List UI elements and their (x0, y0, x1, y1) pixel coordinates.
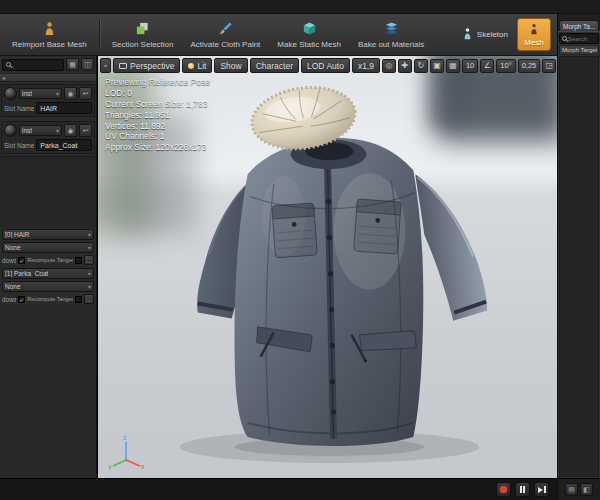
slot-name-label: Slot Name (4, 105, 34, 112)
stat-screen-size: Current Screen Size: 1,783 (105, 99, 210, 110)
slot-name-input[interactable]: HAIR (36, 102, 92, 114)
axis-z-label: z (123, 434, 127, 441)
settings-button[interactable]: ◫ (81, 58, 94, 71)
chevron-down-icon: ▾ (88, 244, 91, 251)
bake-out-materials-button[interactable]: Bake out Materials (350, 16, 432, 53)
slot-name-input[interactable]: Parka_Coat (36, 139, 92, 151)
show-menu-button[interactable]: Show (214, 58, 247, 73)
rotate-tool-icon[interactable]: ↻ (414, 59, 428, 73)
section-selection-icon (135, 21, 150, 38)
grid-snap-icon[interactable]: ▦ (446, 59, 460, 73)
perspective-button[interactable]: Perspective (113, 58, 180, 73)
mode-tab-label: Mesh (524, 38, 544, 47)
scale-snap-value[interactable]: 0,25 (518, 59, 541, 73)
toolbar-button-label: Reimport Base Mesh (12, 40, 87, 49)
output-log-button[interactable]: ◧ (580, 483, 593, 496)
scale-tool-icon[interactable]: ▣ (430, 59, 444, 73)
preview-pose-text: Previewing Reference Pose (105, 77, 210, 88)
reimport-base-mesh-button[interactable]: Reimport Base Mesh (4, 16, 95, 53)
browse-asset-button[interactable]: ◉ (64, 124, 77, 137)
section-clothing-combo[interactable]: None ▾ (2, 242, 94, 253)
asset-details-panel: ▦ ◫ ▸ inst ▾ ◉ ↩ (0, 56, 97, 478)
stat-vertices: Vertices: 11.892 (105, 121, 210, 132)
translate-tool-icon[interactable]: ✚ (398, 59, 412, 73)
viewport-stats-overlay: Previewing Reference Pose LOD: 0 Current… (105, 77, 210, 153)
record-button[interactable] (496, 482, 511, 497)
morph-panel-tab-row: Morph Ta... (558, 14, 600, 31)
material-thumbnail[interactable] (4, 124, 17, 137)
search-icon (6, 62, 11, 67)
morph-target-column-header[interactable]: Morph Target (559, 45, 599, 55)
section-material-combo[interactable]: [1] Parka_Coat ▾ (2, 268, 94, 279)
lod-auto-button[interactable]: LOD Auto (301, 58, 350, 73)
use-selected-button[interactable]: ↩ (79, 124, 92, 137)
cast-shadows-label: dows (2, 296, 16, 303)
axis-x-label: x (141, 463, 145, 470)
character-menu-button[interactable]: Character (250, 58, 299, 73)
cast-shadows-checkbox[interactable] (18, 257, 25, 264)
recompute-tangent-checkbox[interactable] (75, 257, 82, 264)
toolbar-button-label: Bake out Materials (358, 40, 424, 49)
rotation-snap-value[interactable]: 10° (496, 59, 515, 73)
screen-size-button[interactable]: x1,9 (352, 58, 380, 73)
grid-snap-value[interactable]: 10 (462, 59, 478, 73)
chevron-down-icon: ▾ (88, 270, 91, 277)
bake-materials-layers-icon (384, 21, 399, 38)
section-clothing-combo[interactable]: None ▾ (2, 281, 94, 292)
cloth-paint-brush-icon (218, 21, 233, 38)
viewport-toolbar: ▾ Perspective Lit Show Character LOD Aut… (100, 58, 555, 73)
material-combo[interactable]: inst ▾ (19, 125, 62, 136)
panel-empty-region (0, 156, 96, 228)
material-thumbnail[interactable] (4, 87, 17, 100)
mode-tab-skeleton[interactable]: Skeleton (455, 16, 514, 53)
morph-search-box (559, 33, 599, 44)
toolbar-button-label: Make Static Mesh (277, 40, 341, 49)
material-combo[interactable]: inst ▾ (19, 88, 62, 99)
browse-asset-button[interactable]: ◉ (64, 87, 77, 100)
3d-viewport[interactable]: ▾ Perspective Lit Show Character LOD Aut… (97, 56, 557, 478)
toolbar-spacer (433, 16, 454, 53)
recompute-tangent-checkbox[interactable] (75, 296, 82, 303)
make-static-mesh-button[interactable]: Make Static Mesh (269, 16, 349, 53)
asset-details-search-input[interactable] (2, 59, 64, 71)
section-more-button[interactable]: … (84, 255, 94, 265)
section-more-button[interactable]: … (84, 294, 94, 304)
world-space-icon[interactable]: ◎ (382, 59, 396, 73)
morph-search-input[interactable] (568, 36, 596, 42)
search-icon (562, 36, 567, 41)
step-forward-button[interactable] (534, 482, 549, 497)
material-slot-element: inst ▾ ◉ ↩ Slot Name HAIR (1, 84, 95, 117)
unreal-skeletal-mesh-editor: Reimport Base Mesh Section Selection Act… (0, 0, 600, 500)
activate-cloth-paint-button[interactable]: Activate Cloth Paint (183, 16, 269, 53)
cast-shadows-label: dows (2, 257, 16, 264)
morph-target-list[interactable] (559, 56, 599, 477)
mode-tab-label: Skeleton (477, 30, 508, 39)
grid-view-button[interactable]: ▦ (66, 58, 79, 71)
cast-shadows-checkbox[interactable] (18, 296, 25, 303)
viewport-options-button[interactable]: ▾ (100, 58, 111, 73)
lit-bulb-icon (188, 63, 194, 69)
mesh-figure-icon (528, 23, 540, 37)
slot-name-label: Slot Name (4, 142, 34, 149)
record-icon (500, 486, 507, 493)
recompute-tangent-label: Recompute Tangent (27, 296, 73, 302)
chevron-down-icon: ▾ (56, 90, 59, 97)
use-selected-button[interactable]: ↩ (79, 87, 92, 100)
morph-target-panel: Morph Ta... Morph Target (557, 14, 600, 478)
section-material-combo[interactable]: [0] HAIR ▾ (2, 229, 94, 240)
rotation-snap-icon[interactable]: ∠ (480, 59, 494, 73)
content-drawer-button[interactable]: ▤ (565, 483, 578, 496)
camera-speed-icon[interactable]: ◲ (542, 59, 556, 73)
tab-morph-target-previewer[interactable]: Morph Ta... (559, 20, 599, 31)
lit-mode-button[interactable]: Lit (182, 58, 212, 73)
panel-empty-region (0, 305, 96, 478)
lit-label: Lit (197, 61, 206, 71)
axis-y-label: y (108, 463, 112, 470)
section-selection-button[interactable]: Section Selection (104, 16, 182, 53)
category-header-bar[interactable]: ▸ (0, 73, 96, 82)
pause-button[interactable] (515, 482, 530, 497)
stat-triangles: Triangles: 11.951 (105, 110, 210, 121)
toolbar-separator (99, 20, 100, 49)
stat-uv-channels: UV Channels: 1 (105, 131, 210, 142)
mode-tab-mesh[interactable]: Mesh (517, 18, 551, 51)
